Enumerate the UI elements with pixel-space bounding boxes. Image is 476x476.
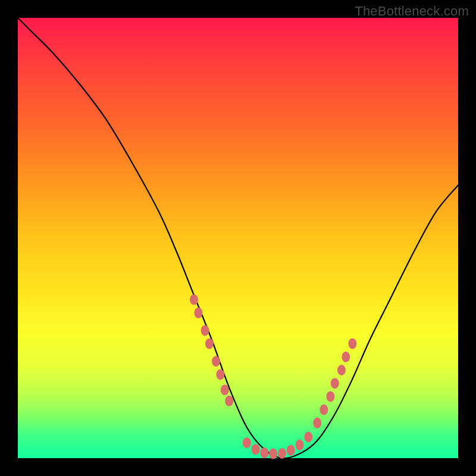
highlight-dot — [331, 378, 339, 389]
highlight-dot — [278, 448, 286, 459]
highlight-dot — [348, 339, 356, 349]
highlight-dot — [304, 432, 312, 443]
highlight-dot — [337, 365, 346, 375]
highlight-dot — [342, 352, 350, 362]
highlight-dots — [190, 295, 356, 459]
highlight-dot — [320, 405, 328, 415]
highlight-dot — [216, 369, 224, 380]
watermark-text: TheBottleneck.com — [355, 4, 469, 19]
highlight-dot — [326, 391, 334, 402]
highlight-dot — [194, 308, 202, 318]
highlight-dot — [269, 449, 277, 459]
highlight-dot — [313, 418, 321, 428]
highlight-dot — [243, 437, 251, 448]
highlight-dot — [205, 339, 214, 349]
plot-area — [18, 18, 458, 458]
highlight-dot — [221, 384, 229, 395]
bottleneck-curve — [18, 18, 458, 458]
highlight-dot — [225, 396, 233, 406]
chart-frame: TheBottleneck.com — [0, 0, 476, 476]
highlight-dot — [190, 295, 198, 305]
highlight-dot — [201, 325, 209, 336]
highlight-dot — [260, 447, 268, 458]
highlight-dot — [212, 356, 220, 367]
highlight-dot — [296, 440, 304, 450]
highlight-dot — [287, 445, 295, 456]
highlight-dot — [252, 444, 260, 455]
bottleneck-curve-svg — [18, 18, 458, 458]
